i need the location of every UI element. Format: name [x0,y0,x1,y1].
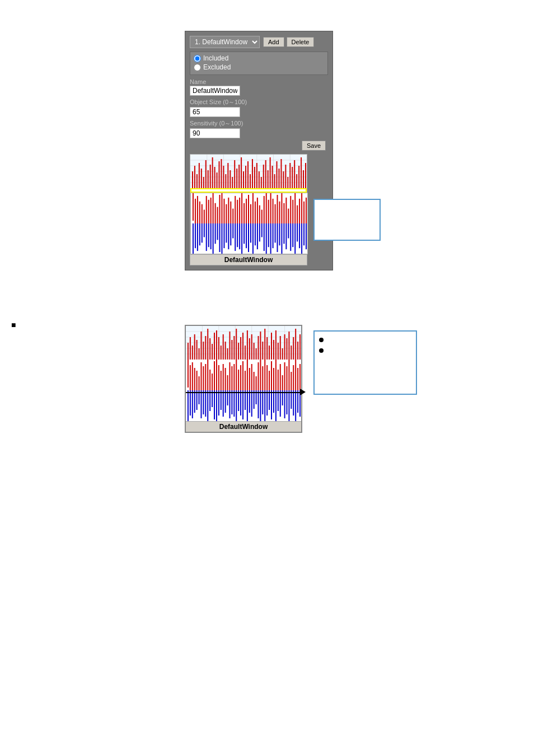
svg-rect-315 [280,390,281,417]
svg-rect-101 [235,196,236,223]
name-input[interactable] [190,86,240,96]
top-chart-grid [190,155,307,188]
svg-rect-202 [240,337,241,360]
svg-rect-273 [233,390,235,417]
svg-rect-118 [252,223,254,254]
svg-rect-225 [291,346,292,360]
second-chart-svg-upper [186,326,301,360]
svg-rect-272 [233,364,235,390]
excluded-label: Excluded [203,63,231,71]
save-button[interactable]: Save [302,141,326,151]
svg-rect-54 [287,177,288,188]
svg-rect-298 [262,366,263,390]
svg-rect-162 [301,223,302,254]
svg-rect-96 [228,223,229,249]
svg-rect-302 [266,365,268,390]
svg-rect-186 [205,336,206,360]
svg-rect-35 [245,166,246,188]
svg-rect-36 [247,161,249,188]
radio-group: Included Excluded [190,52,328,75]
svg-rect-247 [205,390,206,417]
object-size-input[interactable] [190,107,240,117]
svg-rect-299 [262,390,263,414]
window-dropdown[interactable]: 1. DefaultWindow [190,36,260,48]
svg-rect-97 [230,202,231,223]
svg-rect-234 [192,362,193,390]
svg-rect-292 [256,376,257,390]
svg-rect-131 [268,200,269,223]
svg-rect-209 [256,348,257,360]
svg-rect-44 [265,160,266,188]
svg-rect-211 [260,332,261,360]
svg-rect-90 [221,223,222,254]
svg-rect-249 [207,390,208,421]
svg-rect-100 [232,223,233,239]
svg-rect-130 [266,223,267,254]
svg-rect-274 [236,360,237,390]
svg-rect-20 [212,157,213,188]
svg-rect-58 [296,174,297,188]
svg-rect-17 [205,160,207,188]
svg-rect-105 [239,198,240,223]
svg-rect-139 [277,195,278,223]
svg-rect-246 [205,364,206,390]
svg-rect-98 [230,223,231,245]
svg-rect-304 [269,371,270,390]
svg-rect-22 [217,172,218,188]
svg-rect-59 [298,166,299,188]
svg-rect-256 [216,360,217,390]
svg-rect-11 [192,171,193,188]
svg-rect-200 [236,329,237,360]
svg-rect-48 [274,174,275,188]
svg-rect-50 [278,169,279,188]
svg-rect-27 [227,163,228,188]
svg-rect-113 [248,195,249,223]
svg-rect-329 [295,390,296,421]
svg-rect-86 [217,223,218,240]
svg-rect-47 [272,166,273,188]
svg-rect-208 [254,343,255,360]
svg-rect-94 [226,223,227,242]
svg-rect-159 [299,199,300,223]
second-chart-wrapper: DefaultWindow [185,325,302,433]
svg-rect-109 [243,203,245,223]
svg-rect-330 [297,368,298,390]
excluded-radio[interactable] [194,64,201,71]
add-button[interactable]: Add [263,37,284,47]
svg-rect-201 [238,343,239,360]
separator-line [186,392,301,393]
svg-rect-259 [218,390,219,416]
svg-rect-326 [293,365,294,390]
svg-rect-190 [214,333,215,360]
dropdown-row: 1. DefaultWindow Add Delete [190,36,328,48]
svg-rect-233 [190,390,191,416]
svg-rect-53 [285,165,286,188]
svg-rect-81 [213,193,214,223]
svg-rect-282 [245,371,246,390]
svg-rect-129 [266,193,267,223]
svg-rect-112 [246,223,247,248]
svg-rect-138 [275,223,276,242]
svg-rect-196 [227,348,228,360]
svg-rect-30 [234,160,235,188]
included-radio[interactable] [194,55,201,62]
svg-rect-182 [196,340,198,360]
svg-rect-279 [240,390,241,416]
svg-rect-144 [281,223,282,254]
svg-rect-261 [221,390,222,410]
delete-button[interactable]: Delete [287,37,315,47]
svg-rect-331 [297,390,298,413]
sensitivity-input[interactable] [190,128,240,138]
second-chart-lower [186,360,301,421]
svg-rect-38 [252,159,253,188]
save-row: Save [190,141,328,151]
excluded-radio-row: Excluded [194,63,324,71]
svg-rect-122 [257,223,258,249]
svg-rect-32 [238,165,240,188]
svg-rect-228 [297,342,298,360]
svg-rect-227 [295,329,296,360]
svg-rect-264 [225,368,226,390]
svg-rect-156 [294,223,296,254]
svg-rect-76 [206,223,207,251]
svg-rect-229 [299,334,301,360]
